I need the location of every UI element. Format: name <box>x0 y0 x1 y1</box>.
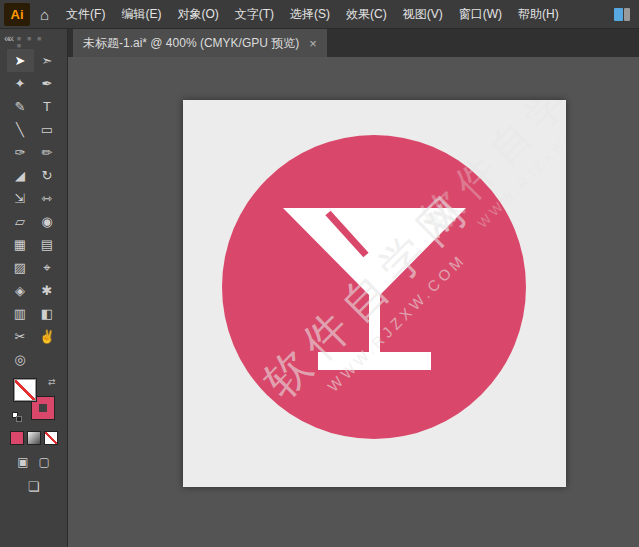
gradient-button[interactable] <box>27 431 41 445</box>
illustrator-logo-icon[interactable]: Ai <box>4 3 30 26</box>
color-button[interactable] <box>10 431 24 445</box>
menu-view[interactable]: 视图(V) <box>396 0 450 29</box>
tools-panel: «« ■ ■ ■ ■ ➤ ➣ ✦ ✒ ✎ T ╲ ▭ ✑ ✏ ◢ ↻ ⇲ ⇿ ▱… <box>0 29 68 547</box>
direct-selection-tool[interactable]: ➣ <box>34 49 61 72</box>
change-screen-mode-icon[interactable]: ❏ <box>28 479 40 494</box>
default-fill-stroke-icon[interactable] <box>12 412 21 421</box>
document-tab[interactable]: 未标题-1.ai* @ 400% (CMYK/GPU 预览) × <box>73 29 327 57</box>
artboard-tool[interactable]: ◧ <box>34 302 61 325</box>
menu-file[interactable]: 文件(F) <box>59 0 112 29</box>
none-button[interactable] <box>44 431 58 445</box>
menu-object[interactable]: 对象(O) <box>170 0 225 29</box>
free-transform-tool[interactable]: ▱ <box>7 210 34 233</box>
type-tool[interactable]: T <box>34 95 61 118</box>
symbol-sprayer-tool[interactable]: ✱ <box>34 279 61 302</box>
document-column: 未标题-1.ai* @ 400% (CMYK/GPU 预览) × 软件自学网 W… <box>68 29 639 547</box>
line-segment-tool[interactable]: ╲ <box>7 118 34 141</box>
menu-edit[interactable]: 编辑(E) <box>114 0 168 29</box>
paint-style-row <box>10 431 58 445</box>
perspective-grid-tool[interactable]: ▦ <box>7 233 34 256</box>
fill-stroke-proxy: ⇄ <box>12 379 56 423</box>
menu-type[interactable]: 文字(T) <box>228 0 281 29</box>
menu-select[interactable]: 选择(S) <box>283 0 337 29</box>
default-stroke-icon <box>16 416 22 422</box>
home-icon[interactable]: ⌂ <box>36 6 57 23</box>
collapse-panel-icon[interactable]: «« <box>4 32 12 44</box>
curvature-tool[interactable]: ✎ <box>7 95 34 118</box>
slice-tool[interactable]: ✂ <box>7 325 34 348</box>
menu-window[interactable]: 窗口(W) <box>452 0 509 29</box>
eraser-tool[interactable]: ◢ <box>7 164 34 187</box>
menu-help[interactable]: 帮助(H) <box>511 0 566 29</box>
main-area: «« ■ ■ ■ ■ ➤ ➣ ✦ ✒ ✎ T ╲ ▭ ✑ ✏ ◢ ↻ ⇲ ⇿ ▱… <box>0 29 639 547</box>
drawing-mode-row: ▣ ▢ <box>17 455 50 469</box>
swap-fill-stroke-icon[interactable]: ⇄ <box>48 377 56 387</box>
cocktail-icon-artwork[interactable] <box>183 100 566 487</box>
document-tabbar: 未标题-1.ai* @ 400% (CMYK/GPU 预览) × <box>68 29 639 57</box>
draw-normal-icon[interactable]: ▣ <box>17 455 28 469</box>
workspace-pane-icon <box>614 8 623 21</box>
width-tool[interactable]: ⇿ <box>34 187 61 210</box>
column-graph-tool[interactable]: ▥ <box>7 302 34 325</box>
panel-grip-icon[interactable]: ■ ■ ■ ■ <box>17 35 51 49</box>
menubar: Ai ⌂ 文件(F) 编辑(E) 对象(O) 文字(T) 选择(S) 效果(C)… <box>0 0 639 29</box>
fill-swatch[interactable] <box>14 379 36 401</box>
hand-tool[interactable]: ✌ <box>34 325 61 348</box>
workspace-pane-icon <box>624 8 630 21</box>
paintbrush-tool[interactable]: ✑ <box>7 141 34 164</box>
scale-tool[interactable]: ⇲ <box>7 187 34 210</box>
tools-panel-header: «« ■ ■ ■ ■ <box>0 31 67 49</box>
canvas[interactable]: 软件自学网 WWW.RJZXW.COM 软件自学网 WWW.RJZXW.COM <box>68 57 639 547</box>
gradient-tool[interactable]: ▨ <box>7 256 34 279</box>
shape-builder-tool[interactable]: ◉ <box>34 210 61 233</box>
workspace-switcher-icon[interactable] <box>611 5 633 24</box>
tools-grid: ➤ ➣ ✦ ✒ ✎ T ╲ ▭ ✑ ✏ ◢ ↻ ⇲ ⇿ ▱ ◉ ▦ ▤ ▨ ⌖ … <box>7 49 61 371</box>
rectangle-tool[interactable]: ▭ <box>34 118 61 141</box>
draw-inside-icon[interactable]: ▢ <box>39 455 50 469</box>
pen-tool[interactable]: ✒ <box>34 72 61 95</box>
document-tab-title: 未标题-1.ai* @ 400% (CMYK/GPU 预览) <box>83 35 299 52</box>
magic-wand-tool[interactable]: ✦ <box>7 72 34 95</box>
eyedropper-tool[interactable]: ⌖ <box>34 256 61 279</box>
selection-tool[interactable]: ➤ <box>7 49 34 72</box>
zoom-tool[interactable]: ◎ <box>7 348 34 371</box>
pencil-tool[interactable]: ✏ <box>34 141 61 164</box>
mesh-tool[interactable]: ▤ <box>34 233 61 256</box>
menu-effect[interactable]: 效果(C) <box>339 0 394 29</box>
blend-tool[interactable]: ◈ <box>7 279 34 302</box>
artboard[interactable]: 软件自学网 WWW.RJZXW.COM 软件自学网 WWW.RJZXW.COM <box>183 100 566 487</box>
rotate-tool[interactable]: ↻ <box>34 164 61 187</box>
close-tab-icon[interactable]: × <box>309 36 317 51</box>
